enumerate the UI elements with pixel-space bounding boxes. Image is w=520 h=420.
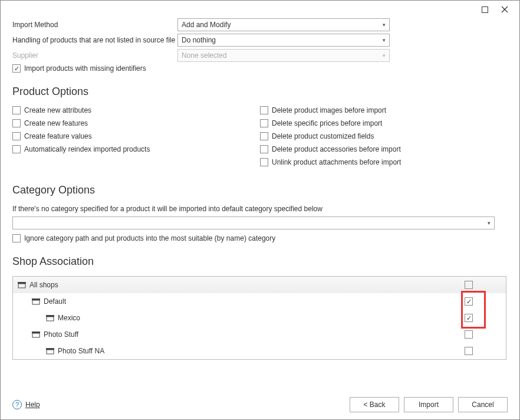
shop-name: Mexico	[58, 314, 80, 322]
import-button[interactable]: Import	[404, 397, 453, 412]
shop-checkbox[interactable]	[465, 347, 473, 355]
shop-icon	[32, 330, 40, 339]
product-option-label: Unlink product attachments before import	[272, 158, 401, 166]
svg-rect-9	[32, 333, 40, 337]
help-icon: ?	[12, 400, 22, 409]
shop-name: Photo Stuff NA	[58, 347, 104, 355]
supplier-dropdown: None selected ▾	[177, 49, 390, 62]
shop-checkbox[interactable]	[465, 297, 473, 306]
shop-checkbox[interactable]	[465, 281, 473, 289]
product-option-row: Delete specific prices before import	[260, 119, 508, 127]
shop-icon	[46, 314, 54, 322]
supplier-value: None selected	[182, 51, 227, 60]
shop-tree-row[interactable]: All shops	[13, 277, 506, 293]
product-option-row: Unlink product attachments before import	[260, 158, 508, 166]
shop-tree-row[interactable]: Mexico	[13, 310, 506, 326]
product-option-label: Delete product images before import	[272, 106, 386, 114]
product-option-label: Automatically reindex imported products	[24, 145, 150, 153]
product-option-row: Create feature values	[12, 132, 260, 140]
product-option-row: Delete product accessories before import	[260, 145, 508, 153]
product-option-checkbox[interactable]	[260, 145, 268, 153]
import-method-label: Import Method	[12, 21, 177, 29]
chevron-down-icon: ▾	[383, 52, 386, 58]
product-option-checkbox[interactable]	[260, 132, 268, 140]
product-options-heading: Product Options	[12, 86, 508, 98]
import-missing-checkbox[interactable]	[12, 64, 21, 73]
shop-name: Photo Stuff	[44, 330, 78, 339]
product-option-row: Delete product images before import	[260, 106, 508, 114]
dialog-footer: ? Help < Back Import Cancel	[1, 390, 519, 419]
product-option-checkbox[interactable]	[260, 119, 268, 127]
shop-association-heading: Shop Association	[12, 255, 508, 268]
product-option-row: Create new attributes	[12, 106, 260, 114]
handling-label: Handling of products that are not listed…	[12, 36, 177, 44]
close-icon	[501, 6, 508, 13]
titlebar	[1, 1, 519, 18]
category-description: If there's no category specified for a p…	[12, 205, 508, 213]
shop-tree: All shopsDefaultMexicoPhoto StuffPhoto S…	[12, 276, 506, 360]
import-method-dropdown[interactable]: Add and Modify ▾	[177, 18, 390, 31]
product-option-checkbox[interactable]	[260, 106, 268, 114]
shop-tree-row[interactable]: Photo Stuff NA	[13, 343, 506, 359]
handling-value: Do nothing	[182, 36, 216, 44]
svg-rect-4	[18, 282, 26, 284]
product-option-checkbox[interactable]	[12, 132, 21, 140]
close-button[interactable]	[495, 2, 515, 17]
chevron-down-icon: ▾	[488, 220, 491, 226]
handling-dropdown[interactable]: Do nothing ▾	[177, 34, 390, 47]
import-missing-label: Import products with missing identifiers	[24, 64, 146, 73]
help-label: Help	[25, 401, 40, 409]
svg-rect-3	[18, 284, 25, 288]
svg-rect-0	[482, 6, 488, 12]
shop-checkbox[interactable]	[465, 314, 473, 322]
shop-icon	[32, 297, 40, 306]
svg-rect-7	[47, 317, 54, 321]
svg-rect-12	[46, 348, 54, 350]
product-option-label: Create feature values	[24, 132, 92, 140]
import-method-value: Add and Modify	[182, 21, 231, 29]
chevron-down-icon: ▾	[383, 22, 386, 28]
dialog-content: Import Method Add and Modify ▾ Handling …	[1, 18, 519, 390]
product-option-row: Create new features	[12, 119, 260, 127]
back-button[interactable]: < Back	[350, 397, 399, 412]
shop-tree-row[interactable]: Default	[13, 293, 506, 310]
default-category-dropdown[interactable]: ▾	[12, 216, 495, 229]
product-option-checkbox[interactable]	[12, 145, 21, 153]
ignore-category-path-checkbox[interactable]	[12, 234, 21, 242]
supplier-label: Supplier	[12, 51, 177, 60]
shop-icon	[18, 281, 26, 289]
maximize-icon	[482, 6, 488, 13]
product-option-label: Create new attributes	[24, 106, 91, 114]
product-option-checkbox[interactable]	[12, 106, 21, 114]
shop-checkbox[interactable]	[465, 330, 473, 339]
chevron-down-icon: ▾	[383, 37, 386, 43]
shop-icon	[46, 347, 54, 355]
svg-rect-6	[32, 298, 40, 300]
shop-tree-row[interactable]: Photo Stuff	[13, 326, 506, 343]
svg-rect-8	[46, 315, 54, 317]
shop-name: All shops	[29, 281, 58, 289]
product-options-grid: Create new attributesCreate new features…	[12, 106, 508, 171]
svg-rect-5	[32, 300, 40, 304]
svg-rect-10	[32, 332, 40, 333]
product-option-label: Create new features	[24, 119, 88, 127]
maximize-button[interactable]	[475, 2, 495, 17]
product-option-label: Delete product accessories before import	[272, 145, 401, 153]
category-options-heading: Category Options	[12, 184, 508, 196]
cancel-button[interactable]: Cancel	[458, 397, 508, 412]
product-option-checkbox[interactable]	[12, 119, 21, 127]
product-option-row: Delete product customized fields	[260, 132, 508, 140]
svg-rect-11	[47, 350, 54, 354]
ignore-category-path-label: Ignore category path and put products in…	[24, 234, 275, 242]
help-link[interactable]: ? Help	[12, 400, 40, 409]
product-option-label: Delete specific prices before import	[272, 119, 382, 127]
product-option-row: Automatically reindex imported products	[12, 145, 260, 153]
shop-name: Default	[44, 297, 66, 306]
product-option-label: Delete product customized fields	[272, 132, 374, 140]
product-option-checkbox[interactable]	[260, 158, 268, 166]
dialog-window: Import Method Add and Modify ▾ Handling …	[0, 0, 520, 420]
